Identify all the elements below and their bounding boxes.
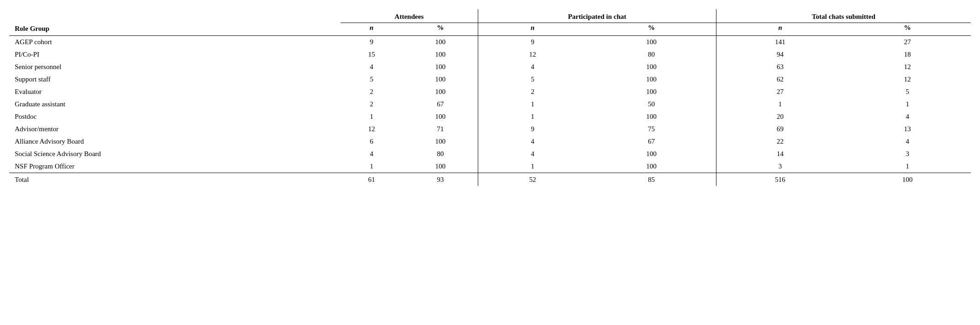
chat-pct-cell: 50 <box>587 98 716 110</box>
chat-n-cell: 9 <box>478 36 587 49</box>
total-pct-cell: 3 <box>844 148 971 160</box>
attendees-pct-cell: 100 <box>403 135 478 148</box>
chat-n-cell: 5 <box>478 73 587 86</box>
attendees-pct-cell: 100 <box>403 61 478 73</box>
role-name-cell: Alliance Advisory Board <box>9 135 340 148</box>
attendees-n-cell: 5 <box>340 73 403 86</box>
role-name-cell: Total <box>9 173 340 186</box>
attendees-n-cell: 9 <box>340 36 403 49</box>
chat-n-cell: 52 <box>478 173 587 186</box>
attendees-n-cell: 6 <box>340 135 403 148</box>
chat-n-cell: 12 <box>478 48 587 61</box>
attendees-n-cell: 61 <box>340 173 403 186</box>
attendees-pct-cell: 100 <box>403 73 478 86</box>
total-pct-cell: 1 <box>844 160 971 173</box>
total-n-cell: 63 <box>716 61 844 73</box>
total-pct-cell: 13 <box>844 123 971 135</box>
chat-pct-subheader: % <box>587 23 716 36</box>
table-row: Postdoc11001100204 <box>9 110 971 123</box>
chat-pct-cell: 100 <box>587 36 716 49</box>
attendees-pct-cell: 67 <box>403 98 478 110</box>
total-n-subheader: n <box>716 23 844 36</box>
total-pct-cell: 18 <box>844 48 971 61</box>
table-row: Advisor/mentor12719756913 <box>9 123 971 135</box>
total-n-cell: 3 <box>716 160 844 173</box>
attendees-n-cell: 1 <box>340 110 403 123</box>
table-row: NSF Program Officer1100110031 <box>9 160 971 173</box>
attendees-pct-cell: 100 <box>403 110 478 123</box>
attendees-pct-cell: 93 <box>403 173 478 186</box>
role-name-cell: AGEP cohort <box>9 36 340 49</box>
role-name-cell: NSF Program Officer <box>9 160 340 173</box>
table-row: Total61935285516100 <box>9 173 971 186</box>
total-pct-cell: 100 <box>844 173 971 186</box>
attendees-column-header: Attendees <box>340 9 478 23</box>
role-name-cell: Graduate assistant <box>9 98 340 110</box>
chat-n-cell: 1 <box>478 160 587 173</box>
total-pct-cell: 4 <box>844 135 971 148</box>
attendees-n-cell: 12 <box>340 123 403 135</box>
chat-pct-cell: 100 <box>587 160 716 173</box>
attendees-pct-cell: 100 <box>403 36 478 49</box>
table-row: Evaluator21002100275 <box>9 86 971 98</box>
role-name-cell: Advisor/mentor <box>9 123 340 135</box>
total-n-cell: 62 <box>716 73 844 86</box>
chat-n-cell: 4 <box>478 61 587 73</box>
attendees-pct-cell: 100 <box>403 48 478 61</box>
total-n-cell: 14 <box>716 148 844 160</box>
role-name-cell: Senior personnel <box>9 61 340 73</box>
total-pct-cell: 12 <box>844 73 971 86</box>
participated-chat-column-header: Participated in chat <box>478 9 716 23</box>
attendees-n-subheader: n <box>340 23 403 36</box>
total-n-cell: 1 <box>716 98 844 110</box>
attendees-n-cell: 2 <box>340 98 403 110</box>
role-name-cell: PI/Co-PI <box>9 48 340 61</box>
total-pct-subheader: % <box>844 23 971 36</box>
total-pct-cell: 12 <box>844 61 971 73</box>
table-row: Senior personnel410041006312 <box>9 61 971 73</box>
attendees-n-cell: 4 <box>340 61 403 73</box>
chat-pct-cell: 67 <box>587 135 716 148</box>
chat-pct-cell: 100 <box>587 86 716 98</box>
table-container: Role Group Attendees Participated in cha… <box>9 9 971 186</box>
total-n-cell: 20 <box>716 110 844 123</box>
total-pct-cell: 27 <box>844 36 971 49</box>
data-table: Role Group Attendees Participated in cha… <box>9 9 971 186</box>
chat-n-cell: 4 <box>478 148 587 160</box>
chat-n-cell: 4 <box>478 135 587 148</box>
chat-pct-cell: 100 <box>587 73 716 86</box>
attendees-n-cell: 2 <box>340 86 403 98</box>
chat-pct-cell: 100 <box>587 148 716 160</box>
chat-pct-cell: 85 <box>587 173 716 186</box>
attendees-pct-cell: 100 <box>403 160 478 173</box>
chat-n-cell: 1 <box>478 110 587 123</box>
total-pct-cell: 4 <box>844 110 971 123</box>
role-name-cell: Social Science Advisory Board <box>9 148 340 160</box>
table-row: Social Science Advisory Board4804100143 <box>9 148 971 160</box>
chat-pct-cell: 75 <box>587 123 716 135</box>
chat-n-cell: 9 <box>478 123 587 135</box>
total-n-cell: 27 <box>716 86 844 98</box>
total-n-cell: 94 <box>716 48 844 61</box>
total-n-cell: 69 <box>716 123 844 135</box>
chat-pct-cell: 100 <box>587 61 716 73</box>
table-row: AGEP cohort9100910014127 <box>9 36 971 49</box>
chat-pct-cell: 80 <box>587 48 716 61</box>
attendees-n-cell: 1 <box>340 160 403 173</box>
attendees-pct-subheader: % <box>403 23 478 36</box>
table-row: Alliance Advisory Board6100467224 <box>9 135 971 148</box>
total-pct-cell: 5 <box>844 86 971 98</box>
chat-pct-cell: 100 <box>587 110 716 123</box>
table-row: PI/Co-PI1510012809418 <box>9 48 971 61</box>
total-n-cell: 516 <box>716 173 844 186</box>
chat-n-subheader: n <box>478 23 587 36</box>
attendees-n-cell: 4 <box>340 148 403 160</box>
attendees-pct-cell: 71 <box>403 123 478 135</box>
attendees-pct-cell: 100 <box>403 86 478 98</box>
role-group-column-header: Role Group <box>9 9 340 36</box>
attendees-n-cell: 15 <box>340 48 403 61</box>
chat-n-cell: 2 <box>478 86 587 98</box>
chat-n-cell: 1 <box>478 98 587 110</box>
table-row: Graduate assistant26715011 <box>9 98 971 110</box>
attendees-pct-cell: 80 <box>403 148 478 160</box>
